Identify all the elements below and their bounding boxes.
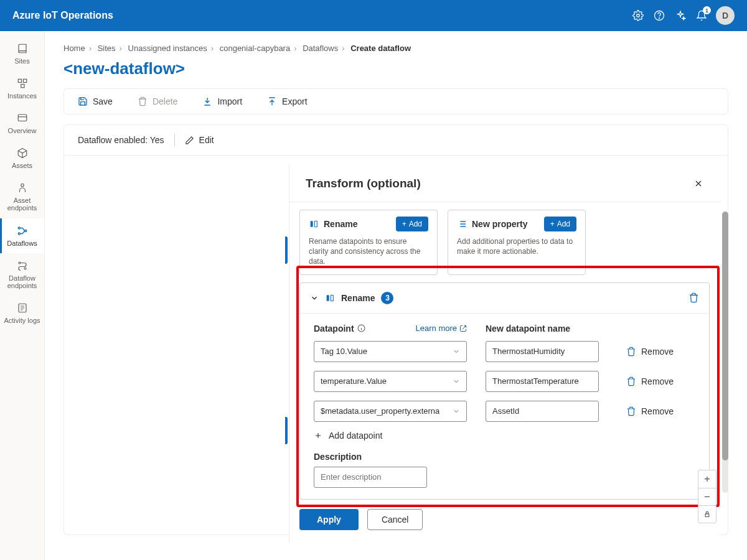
delete-block-button[interactable] <box>688 292 699 303</box>
svg-point-0 <box>637 14 640 17</box>
datapoint-label: Datapoint <box>314 324 354 334</box>
select-value: $metadata.user_property.externa <box>321 406 439 416</box>
logs-icon <box>17 302 28 314</box>
nav-label: Overview <box>8 127 37 134</box>
cubes-icon <box>17 77 28 90</box>
remove-button[interactable]: Remove <box>626 406 674 416</box>
breadcrumb: Home› Sites› Unassigned instances› conge… <box>63 44 728 53</box>
crumb-home[interactable]: Home <box>63 44 85 53</box>
nav-overview[interactable]: Overview <box>0 106 44 141</box>
enabled-text: Dataflow enabled: Yes <box>78 135 164 145</box>
nav-label: Assets <box>12 162 32 169</box>
remove-button[interactable]: Remove <box>626 347 674 357</box>
datapoint-select[interactable]: temperature.Value <box>314 371 467 392</box>
remove-label: Remove <box>641 376 674 386</box>
svg-rect-6 <box>18 114 27 121</box>
zoom-out-button[interactable]: − <box>698 488 716 505</box>
trash-icon <box>626 347 636 357</box>
crumb-current: Create dataflow <box>350 44 411 53</box>
nav-activity-logs[interactable]: Activity logs <box>0 296 44 330</box>
svg-rect-18 <box>331 295 333 301</box>
crumb-sites[interactable]: Sites <box>98 44 116 53</box>
select-value: temperature.Value <box>321 376 387 386</box>
select-value: Tag 10.Value <box>321 347 367 356</box>
nav-sites[interactable]: Sites <box>0 36 44 71</box>
datapoint-select[interactable]: $metadata.user_property.externa <box>314 401 467 422</box>
nav-label: Dataflows <box>7 240 37 247</box>
remove-button[interactable]: Remove <box>626 376 674 386</box>
flow-endpoint-icon <box>17 259 28 272</box>
svg-point-7 <box>21 184 24 187</box>
svg-point-1 <box>655 11 664 21</box>
save-button[interactable]: Save <box>78 96 113 106</box>
plus-icon: + <box>402 220 406 228</box>
nav-instances[interactable]: Instances <box>0 71 44 106</box>
chevron-down-icon <box>453 378 460 385</box>
save-icon <box>78 96 88 106</box>
datapoint-select[interactable]: Tag 10.Value <box>314 341 467 362</box>
svg-rect-4 <box>23 79 26 82</box>
description-input[interactable] <box>314 467 427 488</box>
trash-icon <box>138 96 148 106</box>
chevron-down-icon[interactable] <box>310 294 319 302</box>
nav-dataflows[interactable]: Dataflows <box>0 218 44 253</box>
newprop-add-button[interactable]: +Add <box>544 217 576 231</box>
help-icon[interactable] <box>649 5 670 26</box>
import-button[interactable]: Import <box>202 96 242 106</box>
crumb-dataflows[interactable]: Dataflows <box>303 44 338 53</box>
nav-label: Instances <box>7 92 37 100</box>
nav-assets[interactable]: Assets <box>0 141 44 175</box>
enabled-row: Dataflow enabled: Yes Edit <box>63 124 728 156</box>
new-name-input[interactable] <box>486 401 599 422</box>
newprop-card-desc: Add additional properties to data to mak… <box>457 236 576 256</box>
nav-asset-endpoints[interactable]: Asset endpoints <box>0 175 44 218</box>
svg-point-10 <box>24 230 26 231</box>
svg-point-9 <box>18 233 20 235</box>
svg-rect-5 <box>21 85 24 88</box>
add-datapoint-button[interactable]: Add datapoint <box>314 431 695 441</box>
app-title: Azure IoT Operations <box>12 10 113 21</box>
notifications-icon[interactable]: 1 <box>691 5 712 26</box>
rename-row: Tag 10.Value Remove <box>314 341 695 362</box>
zoom-in-button[interactable]: + <box>698 470 716 488</box>
new-name-input[interactable] <box>486 341 599 362</box>
rename-block-title: Rename <box>341 293 375 303</box>
rename-add-button[interactable]: +Add <box>396 217 428 231</box>
crumb-instance[interactable]: congenial-capybara <box>220 44 290 53</box>
svg-rect-14 <box>705 513 709 516</box>
chevron-down-icon <box>453 408 460 415</box>
apply-button[interactable]: Apply <box>299 509 359 530</box>
close-icon[interactable] <box>693 179 703 189</box>
panel-footer: Apply Cancel <box>289 500 720 543</box>
rename-row: $metadata.user_property.externa Remove <box>314 401 695 422</box>
new-name-input[interactable] <box>486 371 599 392</box>
avatar[interactable]: D <box>716 6 735 25</box>
cancel-button[interactable]: Cancel <box>367 509 423 530</box>
panel-title: Transform (optional) <box>306 177 421 190</box>
nav-dataflow-endpoints[interactable]: Dataflow endpoints <box>0 253 44 296</box>
svg-rect-17 <box>327 295 329 301</box>
svg-point-8 <box>18 227 20 229</box>
panel-scrollbar[interactable] <box>722 212 728 493</box>
rename-block: Rename 3 Datapoint Learn more New <box>299 282 710 500</box>
zoom-fit-button[interactable] <box>698 505 716 523</box>
add-dp-label: Add datapoint <box>329 431 382 441</box>
export-icon <box>267 96 277 106</box>
rename-icon <box>309 219 319 229</box>
learn-more-link[interactable]: Learn more <box>416 324 467 333</box>
scrollbar-thumb[interactable] <box>722 212 728 460</box>
delete-label: Delete <box>153 96 177 106</box>
sparkle-icon[interactable] <box>670 5 691 26</box>
chevron-down-icon <box>453 348 460 355</box>
crumb-unassigned[interactable]: Unassigned instances <box>128 44 207 53</box>
info-icon[interactable] <box>357 324 365 332</box>
nav-label: Dataflow endpoints <box>2 274 42 289</box>
settings-icon[interactable] <box>627 5 649 26</box>
svg-rect-3 <box>18 79 21 82</box>
notification-badge: 1 <box>703 6 711 14</box>
export-button[interactable]: Export <box>267 96 307 106</box>
zoom-controls: + − <box>698 470 716 523</box>
edit-button[interactable]: Edit <box>185 135 214 145</box>
toolbar: Save Delete Import Export <box>63 88 728 114</box>
node-stub <box>285 417 288 444</box>
